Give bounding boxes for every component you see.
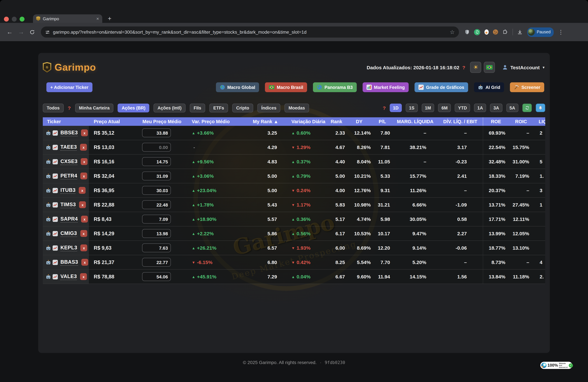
minimize-window-button[interactable]	[12, 17, 17, 21]
avg-price-input[interactable]	[142, 215, 171, 224]
extensions-puzzle-icon[interactable]	[503, 29, 508, 35]
ticker-link[interactable]: BBSE3	[61, 129, 78, 136]
remove-ticker-button[interactable]: x	[81, 129, 88, 136]
chart-icon[interactable]	[53, 202, 58, 207]
ticker-link[interactable]: SAPR4	[61, 216, 78, 222]
filter-tab-todos[interactable]: Todos	[43, 104, 63, 112]
downloads-icon[interactable]	[517, 29, 523, 35]
ticker-link[interactable]: VALE3	[61, 273, 77, 280]
button-screener[interactable]: Screener	[510, 82, 544, 92]
ticker-link[interactable]: TIMS3	[61, 201, 76, 208]
remove-ticker-button[interactable]: x	[80, 230, 87, 237]
timeslot-5a[interactable]: 5A	[506, 104, 518, 112]
profile-paused-button[interactable]: Paused	[527, 27, 554, 37]
timeslot-1s[interactable]: 1S	[406, 104, 418, 112]
theme-toggle-button[interactable]: ☀	[470, 62, 481, 73]
site-settings-icon[interactable]	[45, 30, 50, 35]
filter-tab-indices[interactable]: Índices	[257, 104, 280, 112]
filter-tab-etfs[interactable]: ETFs	[210, 104, 228, 112]
filter-tab-acoes-br[interactable]: Ações (BR)	[118, 104, 149, 112]
timeslot-1m[interactable]: 1M	[421, 104, 434, 112]
ai-robot-icon[interactable]	[46, 173, 51, 179]
avg-price-input[interactable]	[142, 272, 171, 281]
chart-icon[interactable]	[53, 231, 58, 236]
language-flag-button[interactable]	[484, 62, 495, 73]
new-tab-button[interactable]: +	[108, 15, 111, 22]
filter-help-icon[interactable]: ?	[68, 105, 71, 111]
ai-robot-icon[interactable]	[46, 260, 51, 265]
ticker-link[interactable]: TAEE3	[61, 144, 77, 150]
ticker-link[interactable]: PETR4	[61, 173, 77, 179]
bookmark-star-icon[interactable]: ☆	[450, 29, 455, 35]
auto-refresh-button[interactable]	[522, 104, 532, 112]
refresh-extension-icon[interactable]	[474, 29, 480, 35]
avg-price-input[interactable]	[142, 157, 171, 166]
col-roe[interactable]: ROE	[483, 117, 509, 126]
ai-robot-icon[interactable]	[46, 216, 51, 222]
ticker-link[interactable]: KEPL3	[61, 245, 77, 251]
timeslot-3a[interactable]: 3A	[490, 104, 503, 112]
button-macro-global[interactable]: Macro Global	[216, 82, 259, 92]
ai-robot-icon[interactable]	[46, 188, 51, 193]
avg-price-input[interactable]	[142, 186, 171, 195]
col-roic[interactable]: ROIC	[509, 117, 533, 126]
website-test-badge[interactable]: 100% Website test Internet.nl ✓	[540, 362, 572, 369]
filter-tab-moedas[interactable]: Moedas	[285, 104, 309, 112]
remove-ticker-button[interactable]: x	[81, 158, 88, 165]
filter-tab-acoes-intl[interactable]: Ações (Intl)	[153, 104, 185, 112]
col-meu-preco-medio[interactable]: Meu Preço Médio	[132, 117, 171, 126]
remove-ticker-button[interactable]: x	[80, 273, 87, 280]
col-var-preco-medio[interactable]: Var. Preço Médio	[171, 117, 225, 126]
alerts-button[interactable]	[536, 104, 545, 112]
col-liq[interactable]: LIQ.	[533, 117, 545, 126]
col-dy[interactable]: DY	[346, 117, 372, 126]
ticker-link[interactable]: CMIG3	[61, 230, 77, 237]
remove-ticker-button[interactable]: x	[81, 216, 88, 223]
col-ticker[interactable]: Ticker	[43, 117, 89, 126]
forward-icon[interactable]: →	[18, 28, 24, 36]
ticker-link[interactable]: ITUB3	[61, 187, 76, 194]
avg-price-input[interactable]	[142, 171, 171, 180]
timeslot-6m[interactable]: 6M	[438, 104, 451, 112]
col-pl[interactable]: P/L	[372, 117, 393, 126]
remove-ticker-button[interactable]: x	[79, 187, 86, 194]
browser-menu-icon[interactable]: ⋮	[558, 29, 564, 35]
url-text[interactable]: garimpo.app/?refresh=on&interval=300&sor…	[53, 29, 450, 35]
back-icon[interactable]: ←	[6, 28, 13, 36]
zoom-window-button[interactable]	[20, 17, 24, 21]
chart-icon[interactable]	[53, 173, 58, 179]
button-ai-grid[interactable]: AI Grid	[474, 82, 504, 92]
remove-ticker-button[interactable]: x	[81, 172, 87, 179]
close-window-button[interactable]	[4, 17, 9, 21]
button-grade-de-graficos[interactable]: Grade de Gráficos	[415, 82, 468, 92]
col-variacao-diaria[interactable]: Variação Diária	[278, 117, 327, 126]
filter-tab-minha-carteira[interactable]: Minha Carteira	[75, 104, 113, 112]
remove-ticker-button[interactable]: x	[80, 144, 87, 151]
chart-icon[interactable]	[53, 245, 58, 251]
timeslot-1d[interactable]: 1D	[390, 104, 402, 112]
ai-robot-icon[interactable]	[46, 145, 51, 150]
remove-ticker-button[interactable]: x	[79, 201, 86, 208]
add-ticker-button[interactable]: + Adicionar Ticker	[46, 82, 92, 92]
chart-icon[interactable]	[53, 260, 58, 265]
avg-price-input[interactable]	[142, 229, 171, 238]
col-marg-liquida[interactable]: MARG. LÍQUIDA	[393, 117, 438, 126]
browser-tab[interactable]: Garimpo ×	[33, 14, 102, 23]
ai-robot-icon[interactable]	[46, 245, 51, 251]
cookie-extension-icon[interactable]	[493, 29, 498, 35]
button-panorama-b3[interactable]: Panorama B3	[313, 82, 357, 92]
col-rank[interactable]: Rank	[327, 117, 346, 126]
col-preco-atual[interactable]: Preço Atual	[89, 117, 132, 126]
shield-extension-icon[interactable]	[464, 29, 470, 35]
timeslot-1a[interactable]: 1A	[474, 104, 486, 112]
chart-icon[interactable]	[53, 130, 58, 135]
tab-close-icon[interactable]: ×	[96, 16, 99, 21]
avg-price-input[interactable]	[142, 200, 171, 209]
ticker-link[interactable]: CXSE3	[61, 158, 78, 165]
ai-robot-icon[interactable]	[46, 202, 51, 207]
avg-price-input[interactable]	[142, 243, 171, 252]
avg-price-input[interactable]	[142, 143, 171, 152]
chart-icon[interactable]	[53, 188, 58, 193]
button-market-feeling[interactable]: Market Feeling	[362, 82, 409, 92]
chart-icon[interactable]	[53, 145, 58, 150]
